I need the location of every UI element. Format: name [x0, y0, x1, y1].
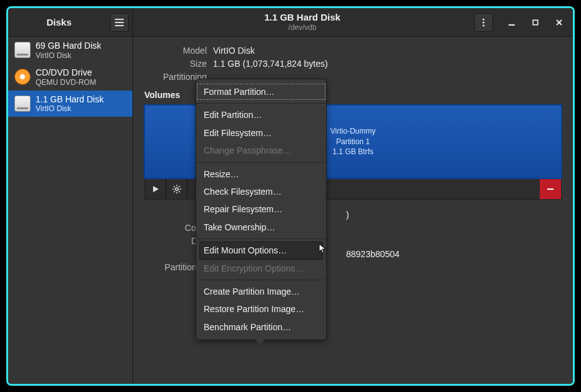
- model-label: Model: [144, 44, 207, 57]
- disk-properties: Model VirtIO Disk Size 1.1 GB (1,073,741…: [144, 44, 562, 84]
- menu-take-ownership[interactable]: Take Ownership…: [196, 218, 326, 236]
- hard-disk-icon: [14, 42, 31, 58]
- close-icon: [555, 19, 563, 26]
- device-sub: QEMU DVD-ROM: [36, 78, 96, 87]
- sidebar-item-disk-1[interactable]: 1.1 GB Hard Disk VirtIO Disk: [8, 91, 132, 117]
- menu-repair-filesystem[interactable]: Repair Filesystem…: [196, 200, 326, 218]
- sidebar-item-disk-0[interactable]: 69 GB Hard Disk VirtIO Disk: [8, 37, 132, 64]
- device-sidebar: 69 GB Hard Disk VirtIO Disk CD/DVD Drive…: [8, 37, 133, 384]
- header-title: 1.1 GB Hard Disk: [133, 11, 472, 24]
- menu-create-partition-image[interactable]: Create Partition Image…: [196, 283, 326, 300]
- menu-benchmark-partition[interactable]: Benchmark Partition…: [196, 318, 326, 336]
- window: Disks 1.1 GB Hard Disk /dev/vdb: [6, 6, 575, 386]
- titlebar-right: [472, 13, 573, 32]
- hamburger-menu-button[interactable]: [110, 13, 129, 32]
- menu-format-partition[interactable]: Format Partition…: [196, 83, 326, 100]
- device-name: CD/DVD Drive: [36, 67, 96, 78]
- window-maximize-button[interactable]: [527, 14, 544, 31]
- kebab-icon: [482, 18, 485, 27]
- menu-separator: [196, 238, 326, 239]
- menu-restore-partition-image[interactable]: Restore Partition Image…: [196, 300, 326, 318]
- play-icon: [152, 185, 159, 193]
- titlebar-center: 1.1 GB Hard Disk /dev/vdb: [133, 11, 472, 33]
- device-name: 69 GB Hard Disk: [36, 41, 101, 51]
- window-minimize-button[interactable]: [503, 14, 520, 31]
- svg-point-4: [175, 187, 177, 190]
- titlebar: Disks 1.1 GB Hard Disk /dev/vdb: [8, 8, 573, 37]
- size-value: 1.1 GB (1,073,741,824 bytes): [213, 57, 562, 71]
- window-close-button[interactable]: [550, 14, 568, 31]
- menu-edit-mount-options[interactable]: Edit Mount Options…: [199, 242, 323, 259]
- svg-point-1: [482, 21, 484, 23]
- menu-check-filesystem[interactable]: Check Filesystem…: [196, 183, 326, 200]
- drive-options-button[interactable]: [474, 13, 493, 32]
- app-title: Disks: [8, 17, 110, 27]
- hard-disk-icon: [14, 96, 31, 112]
- menu-edit-filesystem[interactable]: Edit Filesystem…: [196, 124, 326, 142]
- volume-options-button[interactable]: [166, 179, 187, 199]
- volume-options-menu: Format Partition… Edit Partition… Edit F…: [196, 79, 327, 340]
- size-label: Size: [144, 57, 207, 71]
- hamburger-icon: [115, 19, 124, 26]
- svg-point-0: [482, 18, 484, 20]
- partition-number: Partition 1: [330, 137, 375, 147]
- svg-rect-3: [533, 20, 538, 25]
- minus-icon: [547, 185, 554, 193]
- device-name: 1.1 GB Hard Disk: [36, 94, 104, 105]
- menu-edit-partition[interactable]: Edit Partition…: [196, 106, 326, 124]
- menu-separator: [196, 280, 326, 280]
- device-sub: VirtIO Disk: [36, 104, 104, 113]
- maximize-icon: [532, 19, 539, 26]
- mount-button[interactable]: [145, 179, 166, 199]
- menu-resize[interactable]: Resize…: [196, 165, 326, 183]
- menu-edit-encryption-options: Edit Encryption Options…: [196, 260, 326, 277]
- device-sub: VirtIO Disk: [36, 51, 101, 60]
- minimize-icon: [508, 19, 515, 26]
- sidebar-item-cd[interactable]: CD/DVD Drive QEMU DVD-ROM: [8, 64, 132, 91]
- svg-point-2: [482, 24, 484, 26]
- model-value: VirtIO Disk: [213, 44, 562, 57]
- menu-separator: [196, 103, 326, 104]
- header-subtitle: /dev/vdb: [133, 23, 472, 33]
- menu-change-passphrase: Change Passphrase…: [196, 142, 326, 159]
- gear-icon: [172, 185, 181, 194]
- titlebar-left: Disks: [8, 8, 133, 36]
- partition-fs: 1.1 GB Btrfs: [330, 147, 375, 157]
- delete-partition-button[interactable]: [540, 179, 561, 199]
- menu-separator: [196, 162, 326, 163]
- partition-name: Virtio-Dummy: [330, 126, 375, 137]
- cd-icon: [14, 69, 31, 85]
